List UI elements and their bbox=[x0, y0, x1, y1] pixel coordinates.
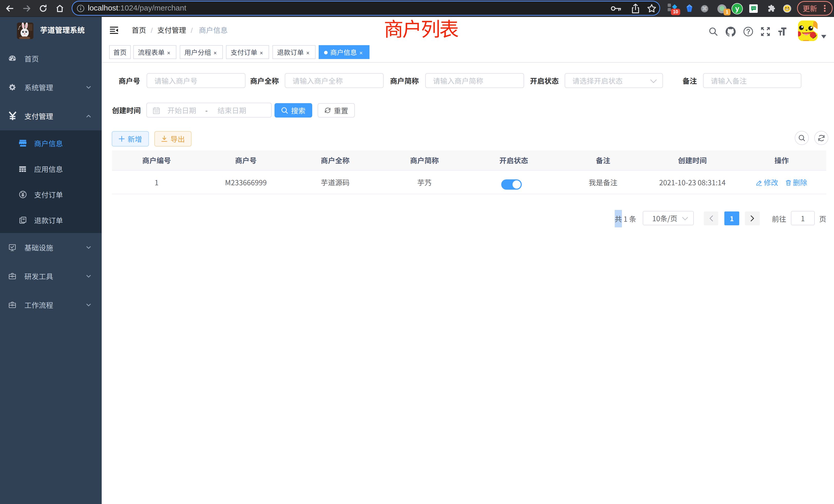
svg-text:y: y bbox=[735, 5, 739, 13]
svg-text:⌘: ⌘ bbox=[702, 6, 707, 12]
